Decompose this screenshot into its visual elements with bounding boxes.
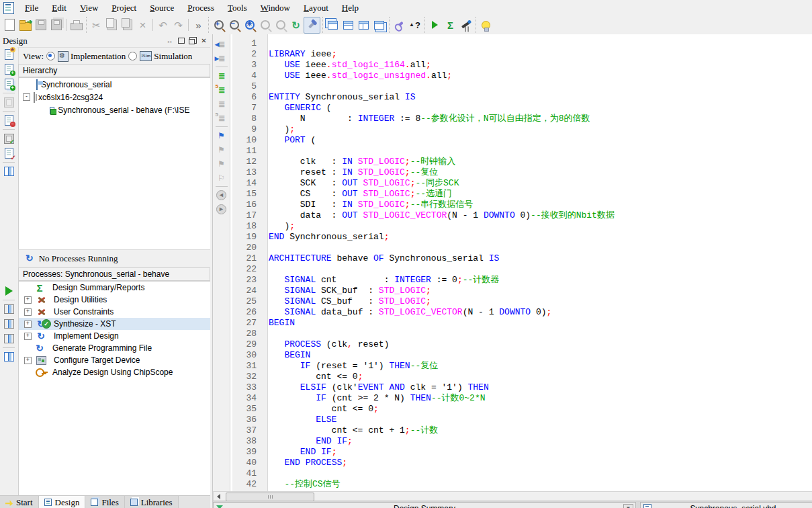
add-source-button[interactable]: + [1, 62, 16, 77]
hierarchy-item[interactable]: Synchronous_serial [19, 78, 211, 91]
menu-item-layout[interactable]: Layout [297, 1, 335, 15]
menu-item-source[interactable]: Source [143, 1, 181, 15]
panel-tab-start[interactable]: Start [0, 496, 39, 508]
code-line: 16 SDI : IN STD_LOGIC;--串行数据信号 [232, 200, 615, 210]
panel-maximize-button[interactable] [176, 36, 186, 45]
hierarchy-item[interactable]: VSynchronous_serial - behave (F:\ISE [19, 103, 211, 116]
panel-float-button[interactable] [187, 36, 197, 45]
menu-item-file[interactable]: File [18, 1, 45, 15]
zoom-selection-button[interactable] [273, 17, 288, 33]
panel-close-button[interactable]: ✕ [199, 36, 209, 45]
tree-expander[interactable]: + [24, 321, 32, 328]
next-bookmark-button[interactable]: ⚑ [214, 142, 229, 157]
toggle-process-columns-button[interactable] [1, 349, 16, 364]
menu-item-edit[interactable]: Edit [45, 1, 73, 15]
panel-resize-button[interactable]: ↔ [165, 36, 175, 45]
tree-expander[interactable]: + [24, 308, 32, 316]
add-copy-source-button[interactable]: + [1, 77, 16, 91]
undo-button[interactable]: ↶ [155, 17, 171, 33]
panel-tab-libraries[interactable]: Libraries [125, 496, 179, 508]
comment-selection-button[interactable]: ≣ [214, 97, 229, 111]
remove-source-button[interactable]: − [1, 113, 16, 128]
process-item[interactable]: ΣDesign Summary/Reports [19, 282, 211, 294]
indent-button[interactable]: ≣▶ [214, 51, 229, 65]
implementation-radio[interactable] [46, 52, 55, 60]
source-properties-button[interactable]: ✓ [1, 146, 16, 161]
save-all-button[interactable] [48, 17, 64, 33]
code-line: 40 END PROCESS; [232, 458, 615, 468]
zoom-region-button[interactable] [257, 17, 273, 33]
new-file-button[interactable] [2, 17, 17, 33]
tree-expander[interactable]: + [24, 357, 32, 364]
tree-expander[interactable]: + [24, 333, 32, 340]
process-item[interactable]: +Design Utilities [19, 294, 211, 306]
panel-tab-design[interactable]: Design [39, 496, 86, 508]
summary-report-button[interactable]: Σ [443, 17, 458, 33]
tree-expander[interactable]: - [23, 93, 30, 101]
save-button[interactable] [33, 17, 48, 33]
redo-button[interactable]: ↷ [171, 17, 186, 33]
settings-button[interactable] [392, 17, 407, 33]
process-item[interactable]: +↻Implement Design [19, 330, 211, 342]
uncomment-selection-button[interactable]: ≣5 [214, 111, 229, 125]
tab-design-summary[interactable]: Design Summary ▼ [213, 502, 636, 508]
zoom-full-button[interactable]: ✳ [242, 17, 257, 33]
toggle-columns-button[interactable] [1, 164, 16, 179]
process-item[interactable]: +Configure Target Device [19, 354, 211, 366]
paste-button[interactable] [120, 17, 135, 33]
uncomment-lines-button[interactable]: ≣5 [214, 83, 229, 97]
process-item[interactable]: Analyze Design Using ChipScope [19, 366, 211, 378]
nav-forward-button[interactable]: ► [214, 202, 229, 216]
process-item[interactable]: +↻✓Synthesize - XST [19, 318, 211, 330]
stop-process-button[interactable] [1, 316, 16, 331]
nav-back-button[interactable]: ◄ [214, 188, 229, 202]
zoom-in-button[interactable]: + [211, 17, 226, 33]
menu-item-view[interactable]: View [73, 1, 105, 15]
menu-item-window[interactable]: Window [254, 1, 297, 15]
tab-dropdown-button[interactable]: ▼ [623, 504, 633, 508]
tile-horizontal-button[interactable] [341, 17, 356, 33]
delete-button[interactable]: × [135, 17, 150, 33]
refresh-button[interactable]: ↻ [288, 17, 304, 33]
restore-windows-button[interactable] [371, 17, 387, 33]
sigma-icon: Σ [447, 19, 453, 31]
editor-scroll-left-arrow[interactable] [214, 493, 223, 501]
new-partition-button[interactable] [1, 95, 16, 110]
menu-item-tools[interactable]: Tools [221, 1, 254, 15]
menu-item-help[interactable]: Help [335, 1, 365, 15]
run-button[interactable] [427, 17, 443, 33]
simulation-radio[interactable] [128, 52, 137, 60]
open-file-button[interactable] [17, 17, 33, 33]
tips-button[interactable] [478, 17, 494, 33]
zoom-out-button[interactable]: − [226, 17, 242, 33]
cascade-windows-button[interactable] [325, 17, 341, 33]
process-item[interactable]: +User Constraints [19, 306, 211, 318]
unindent-button[interactable]: ≣◀ [214, 37, 229, 51]
comment-lines-button[interactable]: ≣ [214, 69, 229, 83]
copy-button[interactable] [104, 17, 120, 33]
clear-bookmarks-button[interactable]: ⚐ [214, 171, 229, 185]
design-properties-button[interactable]: ✓ [1, 131, 16, 146]
process-item[interactable]: ↻Generate Programming File [19, 342, 211, 354]
cut-button[interactable]: ✂ [89, 17, 104, 33]
print-button[interactable] [69, 17, 84, 33]
rerun-all-button[interactable] [1, 331, 16, 346]
analyze-button[interactable] [458, 17, 473, 33]
tab-vhd-file[interactable]: Synchronous_serial.vhd [640, 502, 812, 508]
panel-tab-files[interactable]: Files [85, 496, 124, 508]
zoom-out-icon: − [230, 20, 239, 30]
code-editor[interactable]: 12LIBRARY ieee;3 USE ieee.std_logic_1164… [231, 34, 812, 491]
menu-item-process[interactable]: Process [181, 1, 221, 15]
tile-vertical-button[interactable] [356, 17, 371, 33]
context-help-button[interactable]: ? [407, 17, 422, 33]
menu-item-project[interactable]: Project [105, 1, 143, 15]
hierarchy-item[interactable]: -xc6slx16-2csg324 [19, 91, 211, 103]
run-process-button[interactable] [1, 284, 16, 298]
design-mode-button[interactable] [304, 17, 320, 34]
tree-expander[interactable]: + [24, 296, 32, 304]
toolbar-overflow-button[interactable]: » [191, 17, 206, 33]
new-source-button[interactable]: ★ [1, 47, 16, 62]
toggle-bookmark-button[interactable]: ⚑ [214, 128, 229, 142]
prev-bookmark-button[interactable]: ⚑ [214, 157, 229, 171]
rerun-process-button[interactable] [1, 302, 16, 316]
